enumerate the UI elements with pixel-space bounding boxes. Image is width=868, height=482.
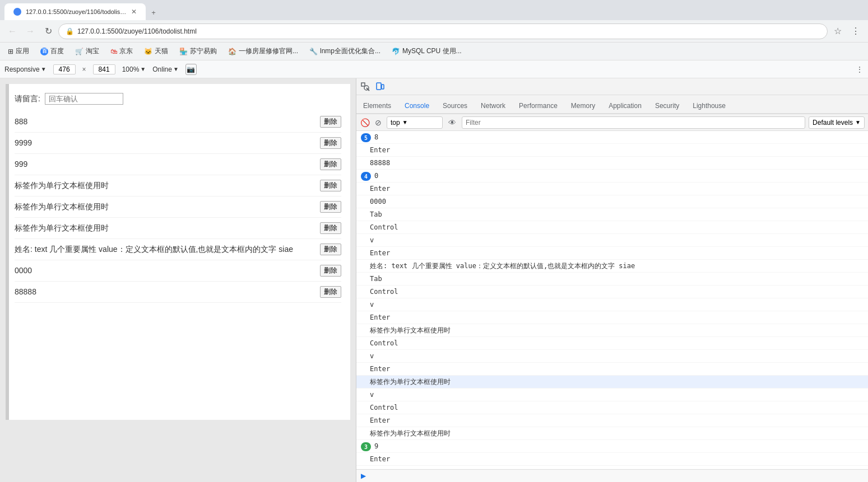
delete-button[interactable]: 删除 [320,286,341,298]
bookmark-label: 京东 [119,46,133,56]
console-text: 标签作为单行文本框使用时 [370,325,451,335]
delete-button[interactable]: 删除 [320,222,341,234]
bookmark-jd[interactable]: 🛍 京东 [107,45,136,57]
delete-button[interactable]: 删除 [320,137,341,149]
zoom-select[interactable]: 100% ▼ [122,65,146,73]
level-selector[interactable]: Default levels ▼ [809,116,865,129]
list-item: 标签作为单行文本框使用时 删除 [15,196,341,218]
browser-chrome: 127.0.0.1:5500/zuoye/1106/todolist.html … [0,0,868,78]
tab-bar: 127.0.0.1:5500/zuoye/1106/todolist.html … [0,0,868,20]
list-item: 88888 删除 [15,282,341,303]
delete-button[interactable]: 删除 [320,116,341,128]
tab-memory[interactable]: Memory [564,99,602,114]
suning-icon: 🏪 [179,48,188,55]
online-label: Online [152,65,172,73]
screenshot-button[interactable]: 📷 [185,64,197,75]
list-item: 9999 删除 [15,133,341,154]
eye-button[interactable]: 👁 [446,116,458,129]
back-button[interactable]: ← [4,24,20,39]
nav-bar: ← → ↻ 🔒 127.0.0.1:5500/zuoye/1106/todoli… [0,20,868,43]
item-text: 标签作为单行文本框使用时 [15,180,315,191]
tab-sources[interactable]: Sources [436,99,474,114]
console-repl-input[interactable] [368,472,864,480]
height-input[interactable] [93,64,115,74]
console-entry: Enter [356,144,868,157]
devtools-top-toolbar [356,78,868,95]
todo-input[interactable] [45,93,123,105]
console-output[interactable]: 58Enter8888840Enter0000TabControlvEnter姓… [356,131,868,469]
console-text: 0000 [370,196,386,207]
console-entry: 0000 [356,195,868,208]
devtools-tabs: Elements Console Sources Network Perform… [356,95,868,114]
bookmark-yixiu[interactable]: 🏠 一修房屋修修官网... [225,45,301,57]
context-label: top [391,119,400,127]
console-input-area: ▶ [356,469,868,482]
tab-security[interactable]: Security [648,99,686,114]
context-selector[interactable]: top ▼ [387,116,443,129]
list-item: 标签作为单行文本框使用时 删除 [15,175,341,196]
zoom-chevron-icon: ▼ [140,66,146,72]
item-text: 标签作为单行文本框使用时 [15,222,315,234]
delete-button[interactable]: 删除 [320,244,341,255]
bookmark-baidu[interactable]: 百 百度 [37,45,67,57]
delete-button[interactable]: 删除 [320,201,341,213]
tab-close-icon[interactable]: ✕ [131,8,137,16]
console-entry: v [356,234,868,247]
tab-application[interactable]: Application [602,99,648,114]
bookmark-apps[interactable]: ⊞ 应用 [4,45,33,57]
more-button[interactable]: ⋮ [848,24,864,39]
tab-elements[interactable]: Elements [356,99,398,114]
bookmark-tianmao[interactable]: 🐱 天猫 [141,45,171,57]
online-chevron-icon: ▼ [173,66,179,72]
tab-network[interactable]: Network [474,99,512,114]
bookmark-mysql[interactable]: 🐬 MySQL CPU 使用... [388,45,465,57]
devtools-menu-button[interactable]: ⋮ [856,65,864,74]
tab-performance[interactable]: Performance [512,99,564,114]
url-text: 127.0.0.1:5500/zuoye/1106/todolist.html [77,27,197,35]
svg-rect-4 [382,85,384,89]
bookmarks-button[interactable]: ☆ [830,24,846,39]
bookmark-lnmp[interactable]: 🔧 lnmp全面优化集合... [306,45,384,57]
main-area: 请留言: 888 删除 9999 删除 999 删除 标签作为单行文本框使用时 … [0,78,868,482]
console-text: v [370,351,374,361]
list-item: 姓名: text 几个重要属性 value：定义文本框的默认值,也就是文本框内的… [15,239,341,260]
delete-button[interactable]: 删除 [320,265,341,277]
console-entry: Tab [356,273,868,286]
responsive-select[interactable]: Responsive ▼ [4,65,47,73]
form-label-text: 请留言: [15,94,40,104]
delete-button[interactable]: 删除 [320,158,341,170]
dim-x-separator: × [82,65,86,73]
device-toolbar-button[interactable] [373,80,387,93]
browser-tab[interactable]: 127.0.0.1:5500/zuoye/1106/todolist.html … [4,3,146,20]
item-text: 888 [15,116,315,128]
console-filter-icon[interactable]: ⊘ [373,118,383,128]
bookmark-taobao[interactable]: 🛒 淘宝 [72,45,103,57]
online-select[interactable]: Online ▼ [152,65,179,73]
yixiu-icon: 🏠 [228,48,236,55]
delete-button[interactable]: 删除 [320,180,341,191]
console-toolbar: 🚫 ⊘ top ▼ 👁 Default levels ▼ [356,114,868,131]
reload-button[interactable]: ↻ [40,24,56,39]
tab-title: 127.0.0.1:5500/zuoye/1106/todolist.html [26,8,127,15]
taobao-icon: 🛒 [75,48,83,55]
console-clear-button[interactable]: 🚫 [360,118,370,128]
level-chevron-icon: ▼ [855,119,861,125]
tab-console[interactable]: Console [398,99,436,114]
address-bar[interactable]: 🔒 127.0.0.1:5500/zuoye/1106/todolist.htm… [58,24,828,39]
console-entry: 40 [356,170,868,182]
console-entry: 标签作为单行文本框使用时 [356,376,868,389]
console-entry: 58 [356,131,868,144]
forward-button[interactable]: → [22,24,38,39]
width-input[interactable] [53,64,76,74]
console-filter-input[interactable] [462,116,805,129]
new-tab-button[interactable]: + [146,4,161,20]
bookmark-label: 一修房屋修修官网... [239,46,298,56]
bookmark-suning[interactable]: 🏪 苏宁易购 [176,45,220,57]
console-badge: 5 [361,133,371,142]
bookmark-label: MySQL CPU 使用... [402,46,462,56]
inspect-element-button[interactable] [359,80,372,93]
tab-lighthouse[interactable]: Lighthouse [686,99,732,114]
console-text: Enter [370,248,390,258]
console-entry: Control [356,221,868,234]
console-text: Tab [370,274,382,284]
